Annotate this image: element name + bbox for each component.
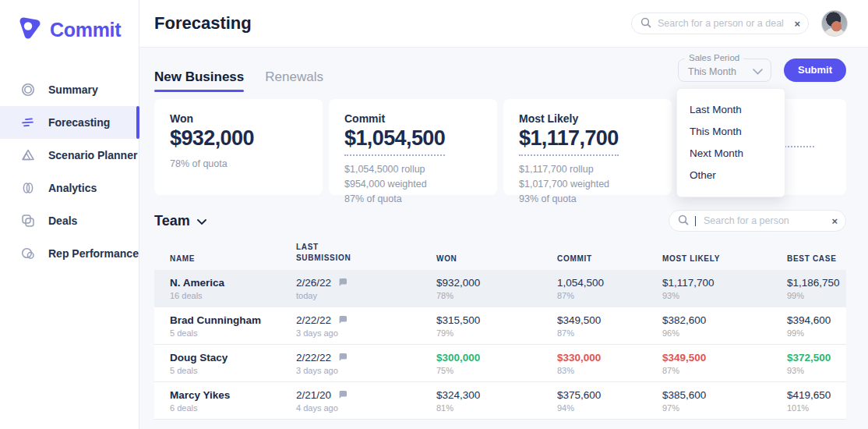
most-likely-value: $385,600 bbox=[662, 389, 787, 401]
card-commit: Commit $1,054,500 $1,054,5000 rollup $95… bbox=[329, 99, 497, 195]
most-likely-value: $1,117,700 bbox=[662, 277, 787, 289]
menu-item-next-month[interactable]: Next Month bbox=[677, 145, 785, 162]
tab-label: Renewals bbox=[265, 69, 323, 84]
tab-new-business[interactable]: New Business bbox=[154, 69, 244, 92]
table-row[interactable]: N. America16 deals2/26/22today$932,00078… bbox=[154, 270, 846, 307]
user-avatar[interactable] bbox=[821, 10, 848, 37]
commit-cell: $349,50087% bbox=[557, 314, 662, 338]
sidebar-item-label: Summary bbox=[48, 83, 98, 96]
card-rollup-line: $1,054,5000 rollup bbox=[344, 162, 482, 177]
comment-icon[interactable] bbox=[338, 353, 348, 362]
table-row[interactable]: Marcy Yikes6 deals2/21/204 days ago$324,… bbox=[154, 382, 846, 420]
tab-bar: New Business Renewals bbox=[154, 69, 323, 92]
sales-period-menu: Last Month This Month Next Month Other bbox=[676, 88, 785, 197]
submission-date: 2/22/22 bbox=[296, 352, 331, 363]
best-case-percent: 99% bbox=[787, 291, 846, 300]
commit-value: $375,600 bbox=[557, 389, 662, 401]
most-likely-value: $349,500 bbox=[662, 352, 787, 363]
most-likely-percent: 93% bbox=[662, 291, 787, 300]
summary-icon bbox=[19, 82, 37, 98]
won-value: $315,500 bbox=[436, 314, 557, 326]
card-title: Most Likely bbox=[519, 112, 656, 125]
controls-row: New Business Renewals Sales Period This … bbox=[154, 48, 846, 92]
sidebar-item-analytics[interactable]: Analytics bbox=[0, 172, 139, 204]
card-weighted-line: $954,000 weighted bbox=[344, 177, 482, 192]
team-title-toggle[interactable]: Team bbox=[154, 213, 206, 229]
rep-name: Marcy Yikes bbox=[170, 389, 296, 401]
sidebar-item-label: Forecasting bbox=[48, 116, 110, 129]
team-title: Team bbox=[154, 213, 190, 229]
column-header-name[interactable]: NAME bbox=[170, 254, 296, 263]
most-likely-cell: $385,60097% bbox=[662, 389, 787, 413]
commit-percent: 83% bbox=[557, 366, 662, 375]
search-icon bbox=[678, 214, 689, 228]
rep-name: Doug Stacy bbox=[170, 352, 296, 363]
column-header-last-submission[interactable]: LAST SUBMISSION bbox=[296, 242, 358, 263]
best-case-value: $394,600 bbox=[787, 314, 846, 326]
last-submission-cell: 2/22/223 days ago bbox=[296, 314, 436, 338]
most-likely-percent: 97% bbox=[662, 403, 787, 413]
table-row[interactable]: Brad Cunningham5 deals2/22/223 days ago$… bbox=[154, 307, 846, 345]
column-header-most-likely[interactable]: MOST LIKELY bbox=[662, 254, 787, 263]
team-section-header: Team Search for a person × bbox=[154, 210, 846, 232]
submission-date: 2/22/22 bbox=[296, 314, 331, 326]
sales-period-select[interactable]: Sales Period This Month bbox=[678, 58, 771, 82]
scenario-planner-icon bbox=[19, 147, 37, 163]
column-header-commit[interactable]: COMMIT bbox=[557, 254, 662, 263]
sidebar-nav: Summary Forecasting Scenario Planner bbox=[0, 73, 139, 270]
submit-button[interactable]: Submit bbox=[784, 58, 846, 82]
search-icon bbox=[640, 17, 651, 30]
menu-item-last-month[interactable]: Last Month bbox=[677, 101, 785, 119]
best-case-percent: 93% bbox=[787, 366, 846, 375]
menu-item-other[interactable]: Other bbox=[677, 167, 785, 184]
best-case-value: $372,500 bbox=[787, 352, 846, 363]
sidebar-item-deals[interactable]: Deals bbox=[0, 204, 139, 237]
most-likely-percent: 96% bbox=[662, 328, 787, 338]
menu-item-this-month[interactable]: This Month bbox=[677, 123, 785, 140]
comment-icon[interactable] bbox=[338, 278, 348, 287]
best-case-cell: $1,186,75099% bbox=[787, 277, 846, 300]
analytics-icon bbox=[19, 180, 37, 196]
won-percent: 81% bbox=[436, 403, 557, 413]
won-percent: 78% bbox=[436, 291, 557, 300]
team-search-placeholder: Search for a person bbox=[704, 215, 825, 226]
commit-cell: $330,00083% bbox=[557, 352, 662, 375]
card-value: $932,000 bbox=[170, 126, 254, 151]
forecasting-icon bbox=[19, 115, 37, 130]
name-cell: Doug Stacy5 deals bbox=[170, 352, 296, 375]
sidebar: Commit Summary Forecasting bbox=[0, 0, 139, 429]
table-row[interactable]: Doug Stacy5 deals2/22/223 days ago$300,0… bbox=[154, 345, 846, 382]
team-table: NAME LAST SUBMISSION WON COMMIT MOST LIK… bbox=[154, 242, 846, 420]
column-header-best-case[interactable]: BEST CASE bbox=[787, 254, 846, 263]
most-likely-cell: $349,50087% bbox=[662, 352, 787, 375]
sidebar-item-rep-performance[interactable]: Rep Performance bbox=[0, 237, 139, 270]
commit-value: $349,500 bbox=[557, 314, 662, 326]
name-cell: N. America16 deals bbox=[170, 277, 296, 300]
card-title: Commit bbox=[344, 112, 482, 125]
page-title: Forecasting bbox=[154, 13, 252, 34]
text-cursor bbox=[695, 216, 696, 226]
top-header: Forecasting Search for a person or a dea… bbox=[139, 0, 868, 48]
rep-performance-icon bbox=[19, 246, 37, 261]
clear-search-icon[interactable]: × bbox=[831, 216, 838, 226]
best-case-value: $419,650 bbox=[787, 389, 846, 401]
commit-value: $330,000 bbox=[557, 352, 662, 363]
sidebar-item-scenario-planner[interactable]: Scenario Planner bbox=[0, 139, 139, 172]
comment-icon[interactable] bbox=[338, 390, 348, 399]
sidebar-item-summary[interactable]: Summary bbox=[0, 73, 139, 106]
clear-search-icon[interactable]: × bbox=[794, 19, 800, 29]
last-submission-cell: 2/21/204 days ago bbox=[296, 389, 436, 413]
tab-renewals[interactable]: Renewals bbox=[265, 69, 323, 92]
commit-logo-icon bbox=[17, 16, 42, 44]
column-header-won[interactable]: WON bbox=[436, 254, 557, 263]
card-quota-line: 93% of quota bbox=[519, 192, 656, 207]
sidebar-item-forecasting[interactable]: Forecasting bbox=[0, 106, 139, 139]
card-most-likely: Most Likely $1,117,700 $1,117,700 rollup… bbox=[503, 99, 672, 195]
commit-percent: 94% bbox=[557, 403, 662, 413]
global-search-input[interactable]: Search for a person or a deal × bbox=[631, 12, 809, 34]
best-case-cell: $419,650101% bbox=[787, 389, 846, 413]
team-search-input[interactable]: Search for a person × bbox=[669, 210, 846, 232]
comment-icon[interactable] bbox=[338, 315, 348, 324]
card-value: $1,117,700 bbox=[519, 126, 619, 156]
deal-count: 16 deals bbox=[170, 291, 296, 300]
